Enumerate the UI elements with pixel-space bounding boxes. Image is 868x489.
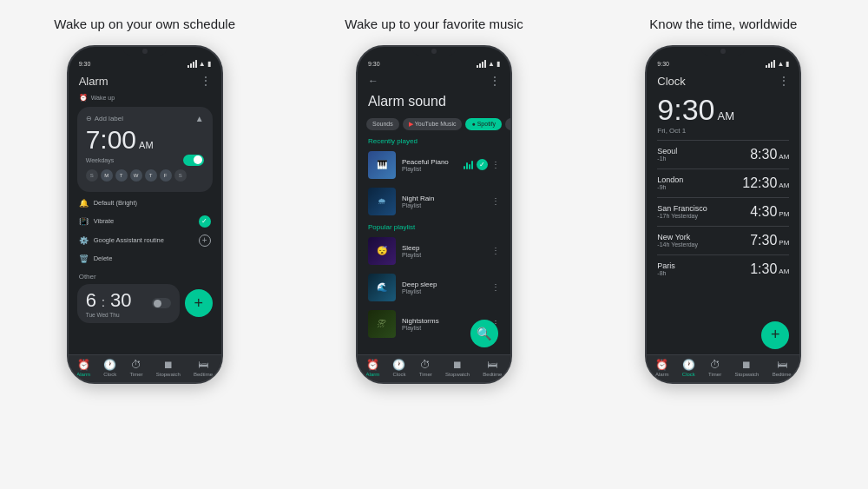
sleep-more-icon[interactable]: ⋮ bbox=[491, 246, 500, 255]
option-vibrate[interactable]: 📳 Vibrate ✓ bbox=[69, 212, 221, 231]
timer-nav-icon-3: ⏱ bbox=[710, 359, 720, 371]
alarm-sound-title: Alarm sound bbox=[358, 90, 510, 115]
option-delete[interactable]: 🗑️ Delete bbox=[69, 250, 221, 268]
status-bar-1: 9:30 ▲ ▮ bbox=[69, 56, 221, 69]
tab-cal[interactable]: Cal... bbox=[505, 118, 510, 130]
option-default[interactable]: 🔔 Default (Bright) bbox=[69, 195, 221, 212]
sleep-type: Playlist bbox=[402, 252, 485, 258]
option-assistant[interactable]: ⚙️ Google Assistant routine + bbox=[69, 231, 221, 250]
piano-name: Peaceful Piano bbox=[402, 158, 457, 166]
day-sun[interactable]: S bbox=[86, 169, 98, 182]
nav-alarm-2[interactable]: ⏰ Alarm bbox=[366, 359, 380, 377]
status-icons-1: ▲ ▮ bbox=[187, 60, 211, 68]
popular-heading: Popular playlist bbox=[358, 220, 510, 233]
music-item-piano[interactable]: 🎹 Peaceful Piano Playlist ✓ ⋮ bbox=[358, 147, 510, 183]
music-item-rain[interactable]: 🌧 Night Rain Playlist ⋮ bbox=[358, 183, 510, 220]
piano-info: Peaceful Piano Playlist bbox=[402, 158, 457, 172]
city-row-ny[interactable]: New York -14h Yesterday 7:30 PM bbox=[647, 228, 799, 253]
nav-stopwatch-2[interactable]: ⏹ Stopwatch bbox=[445, 359, 470, 377]
panel-alarm-title: Wake up on your own schedule bbox=[54, 16, 235, 33]
recently-played-heading: Recently played bbox=[358, 134, 510, 147]
clock-nav-label-1: Clock bbox=[103, 372, 116, 377]
tab-spotify[interactable]: ● Spotify bbox=[465, 118, 502, 130]
nav-stopwatch-1[interactable]: ⏹ Stopwatch bbox=[156, 359, 181, 377]
deep-more-icon[interactable]: ⋮ bbox=[491, 282, 500, 292]
add-label-text[interactable]: ⊖ Add label bbox=[86, 115, 123, 122]
panel-music-title: Wake up to your favorite music bbox=[345, 16, 523, 33]
bedtime-nav-label-3: Bedtime bbox=[773, 372, 792, 377]
piano-more-icon[interactable]: ⋮ bbox=[491, 160, 500, 169]
back-icon[interactable]: ← bbox=[368, 75, 378, 87]
day-sat[interactable]: S bbox=[174, 169, 187, 182]
day-tue[interactable]: T bbox=[115, 169, 128, 182]
alarm-hour: 7:00 bbox=[86, 127, 136, 153]
clock-divider-1 bbox=[657, 140, 789, 141]
rain-more-icon[interactable]: ⋮ bbox=[491, 196, 500, 206]
other-alarm-card[interactable]: 6 : 30 Tue Wed Thu bbox=[77, 284, 180, 323]
more-options-icon[interactable]: ⋮ bbox=[201, 75, 211, 87]
nav-alarm-1[interactable]: ⏰ Alarm bbox=[76, 359, 90, 377]
city-name-sf: San Francisco bbox=[657, 204, 707, 213]
nav-stopwatch-3[interactable]: ⏹ Stopwatch bbox=[734, 359, 759, 377]
spotify-tab-icon: ● bbox=[471, 121, 475, 127]
city-time-seoul: 8:30 AM bbox=[750, 147, 789, 162]
bedtime-nav-icon-2: 🛏 bbox=[487, 359, 497, 371]
stopwatch-nav-label-2: Stopwatch bbox=[445, 372, 470, 377]
timer-nav-icon-2: ⏱ bbox=[420, 359, 431, 371]
piano-selected-icon: ✓ bbox=[477, 159, 488, 170]
nav-timer-3[interactable]: ⏱ Timer bbox=[708, 359, 721, 377]
city-row-london[interactable]: London -9h 12:30 AM bbox=[647, 171, 799, 195]
option-delete-label: Delete bbox=[94, 254, 113, 262]
other-alarm-toggle[interactable] bbox=[152, 298, 171, 308]
day-wed[interactable]: W bbox=[130, 169, 142, 182]
nav-alarm-3[interactable]: ⏰ Alarm bbox=[655, 359, 669, 377]
rain-actions: ⋮ bbox=[491, 196, 500, 206]
nav-clock-2[interactable]: 🕐 Clock bbox=[392, 359, 405, 377]
clock-more-icon[interactable]: ⋮ bbox=[779, 75, 789, 87]
alarm-time-display[interactable]: 7:00 AM bbox=[86, 127, 204, 153]
city-offset-seoul: -1h bbox=[657, 155, 677, 162]
seoul-time: 8:30 bbox=[750, 147, 777, 162]
music-item-sleep[interactable]: 😴 Sleep Playlist ⋮ bbox=[358, 233, 510, 269]
nav-clock-3[interactable]: 🕐 Clock bbox=[682, 359, 695, 377]
phone-notch-3 bbox=[701, 47, 745, 56]
days-selector[interactable]: S M T W T F S bbox=[86, 169, 204, 182]
city-time-sf: 4:30 PM bbox=[750, 204, 789, 220]
day-fri[interactable]: F bbox=[160, 169, 172, 182]
add-assistant-icon[interactable]: + bbox=[199, 235, 211, 247]
battery-icon-2: ▮ bbox=[496, 60, 500, 68]
vibrate-icon: 📳 bbox=[79, 216, 89, 227]
option-vibrate-label: Vibrate bbox=[94, 217, 115, 225]
nav-bedtime-3[interactable]: 🛏 Bedtime bbox=[773, 359, 792, 377]
nav-clock-1[interactable]: 🕐 Clock bbox=[103, 359, 116, 377]
day-thu[interactable]: T bbox=[145, 169, 157, 182]
add-city-fab[interactable]: + bbox=[761, 321, 789, 349]
alarm-app-title: Alarm bbox=[79, 75, 108, 88]
city-offset-ny: -14h Yesterday bbox=[657, 241, 698, 248]
tab-sounds[interactable]: Sounds bbox=[366, 118, 399, 130]
nav-bedtime-1[interactable]: 🛏 Bedtime bbox=[194, 359, 213, 377]
music-more-icon[interactable]: ⋮ bbox=[490, 75, 500, 87]
panel-worldclock-title: Know the time, worldwide bbox=[649, 16, 797, 33]
city-row-sf[interactable]: San Francisco -17h Yesterday 4:30 PM bbox=[647, 200, 799, 224]
wifi-icon-3: ▲ bbox=[777, 60, 784, 68]
nav-timer-1[interactable]: ⏱ Timer bbox=[129, 359, 142, 377]
city-name-paris: Paris bbox=[657, 261, 675, 270]
main-alarm-card[interactable]: ⊖ Add label ▲ 7:00 AM Weekdays S bbox=[77, 107, 213, 192]
panel-alarm: Wake up on your own schedule 9:30 ▲ ▮ Al… bbox=[0, 0, 289, 489]
rain-name: Night Rain bbox=[402, 195, 485, 202]
nav-timer-2[interactable]: ⏱ Timer bbox=[419, 359, 432, 377]
tab-youtube[interactable]: ▶ YouTube Music bbox=[403, 118, 463, 130]
music-item-deep[interactable]: 🌊 Deep sleep Playlist ⋮ bbox=[358, 269, 510, 306]
add-alarm-fab[interactable]: + bbox=[185, 289, 213, 317]
yt-tab-label: YouTube Music bbox=[415, 121, 457, 127]
bedtime-nav-label-2: Bedtime bbox=[483, 372, 502, 377]
alarm-toggle[interactable] bbox=[183, 155, 204, 166]
city-row-paris[interactable]: Paris -8h 1:30 AM bbox=[647, 257, 799, 281]
nav-bedtime-2[interactable]: 🛏 Bedtime bbox=[483, 359, 502, 377]
city-row-seoul[interactable]: Seoul -1h 8:30 AM bbox=[647, 142, 799, 167]
collapse-icon[interactable]: ▲ bbox=[195, 114, 204, 123]
day-mon[interactable]: M bbox=[101, 169, 113, 182]
main-clock-display: 9:30 AM bbox=[647, 91, 799, 127]
search-fab[interactable]: 🔍 bbox=[470, 320, 498, 347]
